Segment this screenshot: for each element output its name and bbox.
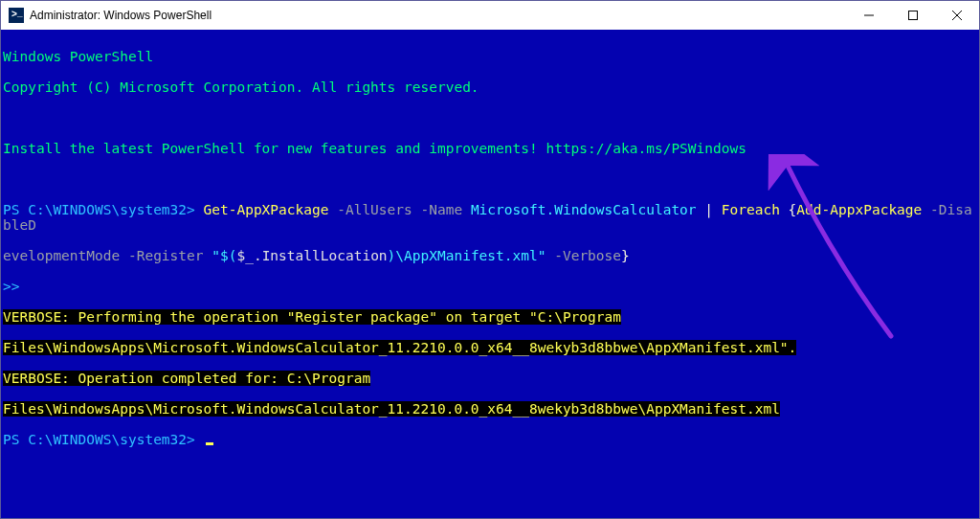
package-name: Microsoft.WindowsCalculator [471, 202, 697, 217]
command-line-2: evelopmentMode -Register "$($_.InstallLo… [3, 248, 977, 263]
install-hint-line: Install the latest PowerShell for new fe… [3, 141, 977, 156]
close-button[interactable] [935, 1, 979, 30]
maximize-icon [908, 11, 918, 20]
params-2b: evelopmentMode -Register [3, 248, 212, 263]
params-1: -AllUsers -Name [328, 202, 470, 217]
foreach-keyword: Foreach [722, 202, 780, 217]
cursor-icon [206, 442, 213, 445]
copyright-line: Copyright (C) Microsoft Corporation. All… [3, 79, 977, 95]
close-icon [952, 11, 962, 20]
terminal-viewport[interactable]: Windows PowerShell Copyright (C) Microso… [1, 30, 979, 518]
window-title: Administrator: Windows PowerShell [30, 9, 847, 22]
powershell-window: Administrator: Windows PowerShell Window… [0, 0, 980, 519]
install-location-var: $_.InstallLocation [236, 248, 387, 263]
verbose-line-2a: VERBOSE: Operation completed for: C:\Pro… [3, 371, 977, 386]
minimize-button[interactable] [847, 1, 891, 30]
verbose-line-2b: Files\WindowsApps\Microsoft.WindowsCalcu… [3, 401, 977, 417]
continuation-prompt: >> [3, 279, 977, 294]
svg-rect-0 [909, 11, 918, 20]
minimize-icon [864, 11, 874, 20]
verbose-line-1b: Files\WindowsApps\Microsoft.WindowsCalcu… [3, 340, 977, 355]
params-3: -Verbose [546, 248, 621, 263]
command-line-1: PS C:\WINDOWS\system32> Get-AppXPackage … [3, 202, 977, 233]
maximize-button[interactable] [891, 1, 935, 30]
cmdlet-add: Add-AppxPackage [796, 202, 922, 217]
prompt: PS C:\WINDOWS\system32> [3, 202, 204, 217]
powershell-icon [9, 8, 24, 23]
verbose-line-1a: VERBOSE: Performing the operation "Regis… [3, 309, 977, 325]
pipe-operator: | [704, 202, 713, 217]
window-controls [847, 1, 979, 30]
titlebar[interactable]: Administrator: Windows PowerShell [1, 1, 979, 30]
banner-line: Windows PowerShell [3, 49, 977, 64]
prompt-line-2: PS C:\WINDOWS\system32> [3, 432, 977, 447]
cmdlet-get: Get-AppXPackage [204, 202, 329, 217]
